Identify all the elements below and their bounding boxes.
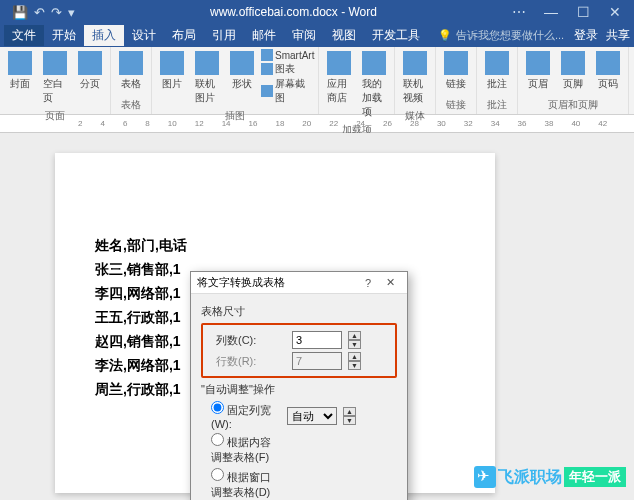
help-icon[interactable]: ? bbox=[357, 277, 379, 289]
tab-2[interactable]: 设计 bbox=[124, 25, 164, 46]
ribbon-options-icon[interactable]: ⋯ bbox=[504, 4, 534, 20]
ruler-mark: 22 bbox=[329, 119, 338, 128]
tab-0[interactable]: 开始 bbox=[44, 25, 84, 46]
tab-1[interactable]: 插入 bbox=[84, 25, 124, 46]
radio-fit-content[interactable]: 根据内容调整表格(F) bbox=[211, 433, 281, 465]
ribbon-btn-4-0[interactable]: 联机视频 bbox=[399, 49, 431, 107]
ruler-mark: 42 bbox=[598, 119, 607, 128]
tab-5[interactable]: 邮件 bbox=[244, 25, 284, 46]
doc-line[interactable]: 姓名,部门,电话 bbox=[95, 233, 465, 257]
rows-input bbox=[292, 352, 342, 370]
ruler-mark: 4 bbox=[100, 119, 104, 128]
ribbon-btn-3-1[interactable]: 我的加载项 bbox=[358, 49, 390, 121]
cols-spinner[interactable]: ▲▼ bbox=[348, 331, 361, 349]
tab-file[interactable]: 文件 bbox=[4, 25, 44, 46]
ruler-mark: 6 bbox=[123, 119, 127, 128]
chevron-up-icon[interactable]: ▲ bbox=[348, 331, 361, 340]
share-button[interactable]: 共享 bbox=[606, 27, 630, 44]
width-spinner[interactable]: ▲▼ bbox=[343, 407, 356, 425]
tell-me-box[interactable]: 💡告诉我您想要做什么... bbox=[438, 28, 564, 43]
ribbon-stack-item[interactable]: 屏幕截图 bbox=[261, 77, 314, 105]
ribbon-btn-0-1[interactable]: 空白页 bbox=[39, 49, 71, 107]
ribbon-icon bbox=[327, 51, 351, 75]
undo-icon[interactable]: ↶ bbox=[34, 5, 45, 20]
ribbon-group-8: 文本框文本 bbox=[629, 47, 634, 114]
save-icon[interactable]: 💾 bbox=[12, 5, 28, 20]
group-label: 页眉和页脚 bbox=[522, 96, 624, 112]
ribbon-group-4: 联机视频媒体 bbox=[395, 47, 436, 114]
fixed-width-select[interactable]: 自动 bbox=[287, 407, 337, 425]
ribbon-icon bbox=[362, 51, 386, 75]
tab-6[interactable]: 审阅 bbox=[284, 25, 324, 46]
tab-3[interactable]: 布局 bbox=[164, 25, 204, 46]
ribbon-btn-2-0[interactable]: 图片 bbox=[156, 49, 188, 93]
tab-4[interactable]: 引用 bbox=[204, 25, 244, 46]
rows-label: 行数(R): bbox=[216, 354, 286, 369]
ribbon-btn-0-0[interactable]: 封面 bbox=[4, 49, 36, 93]
watermark-text-2: 年轻一派 bbox=[564, 467, 626, 487]
ribbon-icon bbox=[596, 51, 620, 75]
cols-input[interactable] bbox=[292, 331, 342, 349]
bulb-icon: 💡 bbox=[438, 29, 452, 42]
ribbon-btn-3-0[interactable]: 应用商店 bbox=[323, 49, 355, 107]
ribbon-stack-item[interactable]: 图表 bbox=[261, 62, 314, 76]
ribbon-icon bbox=[160, 51, 184, 75]
minimize-icon[interactable]: — bbox=[536, 4, 566, 20]
ruler-mark: 34 bbox=[491, 119, 500, 128]
ribbon-btn-5-0[interactable]: 链接 bbox=[440, 49, 472, 93]
group-label: 页面 bbox=[4, 107, 106, 123]
ruler-mark: 24 bbox=[356, 119, 365, 128]
radio-fixed-width[interactable]: 固定列宽(W): bbox=[211, 401, 281, 430]
ribbon-stack-item[interactable]: SmartArt bbox=[261, 49, 314, 61]
ribbon-group-6: 批注批注 bbox=[477, 47, 518, 114]
ribbon-btn-0-2[interactable]: 分页 bbox=[74, 49, 106, 93]
qat-more-icon[interactable]: ▾ bbox=[68, 5, 75, 20]
ribbon-icon bbox=[444, 51, 468, 75]
ribbon-icon bbox=[43, 51, 67, 75]
close-icon[interactable]: ✕ bbox=[600, 4, 630, 20]
ribbon-btn-6-0[interactable]: 批注 bbox=[481, 49, 513, 93]
title-bar: 💾 ↶ ↷ ▾ www.officebai.com.docx - Word ⋯ … bbox=[0, 0, 634, 24]
ribbon-group-5: 链接链接 bbox=[436, 47, 477, 114]
tab-7[interactable]: 视图 bbox=[324, 25, 364, 46]
ruler-mark: 40 bbox=[571, 119, 580, 128]
ribbon-icon bbox=[403, 51, 427, 75]
highlight-cols-row: 列数(C): ▲▼ 行数(R): ▲▼ bbox=[201, 323, 397, 378]
ruler-mark: 38 bbox=[545, 119, 554, 128]
ruler-mark: 8 bbox=[145, 119, 149, 128]
ruler-mark: 26 bbox=[383, 119, 392, 128]
ribbon-group-0: 封面空白页分页页面 bbox=[0, 47, 111, 114]
group-label: 表格 bbox=[115, 96, 147, 112]
ribbon-btn-2-1[interactable]: 联机图片 bbox=[191, 49, 223, 107]
group-label: 批注 bbox=[481, 96, 513, 112]
ribbon-icon bbox=[485, 51, 509, 75]
ribbon-btn-7-1[interactable]: 页脚 bbox=[557, 49, 589, 93]
ribbon-btn-7-2[interactable]: 页码 bbox=[592, 49, 624, 93]
section-table-size: 表格尺寸 bbox=[201, 304, 397, 319]
ribbon-btn-2-2[interactable]: 形状 bbox=[226, 49, 258, 93]
watermark: 飞派职场 年轻一派 bbox=[474, 466, 626, 488]
ribbon-btn-1-0[interactable]: 表格 bbox=[115, 49, 147, 93]
ruler-mark: 32 bbox=[464, 119, 473, 128]
ribbon-small-icon bbox=[261, 63, 273, 75]
convert-text-to-table-dialog: 将文字转换成表格 ? ✕ 表格尺寸 列数(C): ▲▼ 行数(R): ▲▼ "自… bbox=[190, 271, 408, 500]
ribbon-group-2: 图片联机图片形状SmartArt图表屏幕截图插图 bbox=[152, 47, 319, 114]
tab-8[interactable]: 开发工具 bbox=[364, 25, 428, 46]
dialog-close-icon[interactable]: ✕ bbox=[379, 276, 401, 289]
ruler-mark: 36 bbox=[518, 119, 527, 128]
maximize-icon[interactable]: ☐ bbox=[568, 4, 598, 20]
ruler-mark: 18 bbox=[275, 119, 284, 128]
chevron-down-icon[interactable]: ▼ bbox=[348, 340, 361, 349]
ruler-mark: 12 bbox=[195, 119, 204, 128]
dialog-title: 将文字转换成表格 bbox=[197, 275, 357, 290]
ribbon-icon bbox=[230, 51, 254, 75]
ruler-mark: 14 bbox=[222, 119, 231, 128]
document-area: 姓名,部门,电话张三,销售部,1李四,网络部,1王五,行政部,1赵四,销售部,1… bbox=[0, 133, 634, 500]
ruler-mark: 30 bbox=[437, 119, 446, 128]
login-link[interactable]: 登录 bbox=[574, 27, 598, 44]
ruler-mark: 10 bbox=[168, 119, 177, 128]
redo-icon[interactable]: ↷ bbox=[51, 5, 62, 20]
ribbon-icon bbox=[195, 51, 219, 75]
ribbon-btn-7-0[interactable]: 页眉 bbox=[522, 49, 554, 93]
radio-fit-window[interactable]: 根据窗口调整表格(D) bbox=[211, 468, 281, 500]
